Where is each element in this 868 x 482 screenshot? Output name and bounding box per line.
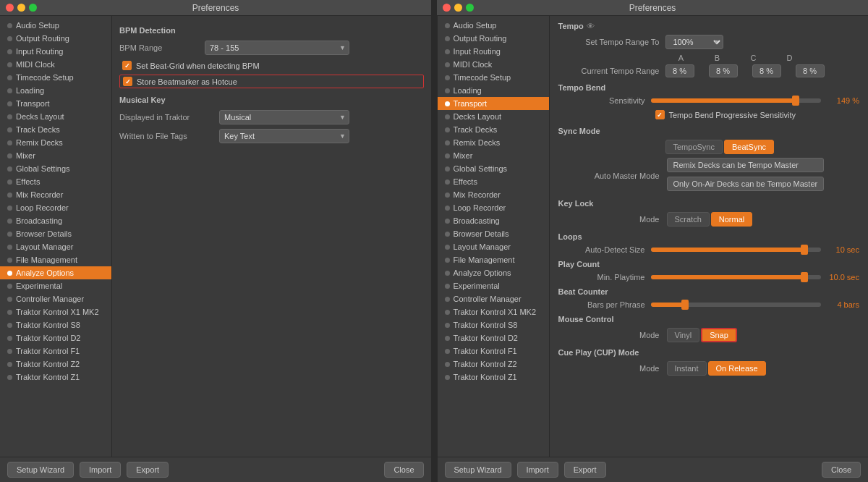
tempo-val-a[interactable] bbox=[665, 64, 694, 77]
right-setup-wizard-btn[interactable]: Setup Wizard bbox=[445, 462, 511, 478]
key-lock-toggle-group[interactable]: Scratch Normal bbox=[667, 212, 753, 227]
left-sidebar-item-17[interactable]: Layout Manager bbox=[0, 240, 111, 253]
right-close-btn[interactable]: Close bbox=[822, 462, 861, 478]
minimize-dot[interactable] bbox=[17, 4, 25, 12]
bpm-range-dropdown[interactable]: 78 - 155 68 - 135 58 - 115 bbox=[205, 41, 349, 55]
loops-thumb[interactable] bbox=[801, 245, 808, 255]
left-close-btn[interactable]: Close bbox=[384, 462, 423, 478]
left-sidebar-item-4[interactable]: Timecode Setup bbox=[0, 71, 111, 84]
checkbox-beatgrid-row[interactable]: Set Beat-Grid when detecting BPM bbox=[119, 59, 424, 72]
set-tempo-range-wrapper[interactable]: 100% 50% 25% ▼ bbox=[665, 35, 723, 49]
right-sidebar-item-16[interactable]: Browser Details bbox=[438, 227, 549, 240]
bars-per-phrase-thumb[interactable] bbox=[681, 300, 689, 310]
right-sidebar-item-11[interactable]: Global Settings bbox=[438, 162, 549, 175]
right-sidebar-item-19[interactable]: Analyze Options bbox=[438, 266, 549, 279]
left-sidebar-item-6[interactable]: Transport bbox=[0, 97, 111, 110]
written-dropdown-wrapper[interactable]: Key Text Open Key Musical ▼ bbox=[219, 129, 349, 143]
left-sidebar-item-12[interactable]: Effects bbox=[0, 175, 111, 188]
checkbox-beatmarker-row[interactable]: Store Beatmarker as Hotcue bbox=[119, 75, 424, 88]
left-sidebar-item-7[interactable]: Decks Layout bbox=[0, 110, 111, 123]
right-sidebar-item-24[interactable]: Traktor Kontrol D2 bbox=[438, 331, 549, 344]
left-import-btn[interactable]: Import bbox=[80, 462, 121, 478]
sensitivity-thumb[interactable] bbox=[792, 96, 799, 106]
sync-toggle-group[interactable]: TempoSync BeatSync bbox=[665, 140, 775, 154]
right-sidebar-item-2[interactable]: Input Routing bbox=[438, 45, 549, 58]
left-sidebar-item-24[interactable]: Traktor Kontrol D2 bbox=[0, 331, 111, 344]
left-sidebar-item-8[interactable]: Track Decks bbox=[0, 123, 111, 136]
right-sidebar-item-25[interactable]: Traktor Kontrol F1 bbox=[438, 344, 549, 358]
auto-master-opt1[interactable]: Remix Decks can be Tempo Master bbox=[667, 158, 825, 172]
right-sidebar-item-20[interactable]: Experimental bbox=[438, 279, 549, 292]
set-tempo-range-dropdown[interactable]: 100% 50% 25% bbox=[665, 35, 723, 49]
right-sidebar-item-18[interactable]: File Management bbox=[438, 253, 549, 266]
window-controls-right[interactable] bbox=[443, 4, 474, 12]
left-sidebar-item-27[interactable]: Traktor Kontrol Z1 bbox=[0, 371, 111, 384]
left-sidebar-item-26[interactable]: Traktor Kontrol Z2 bbox=[0, 358, 111, 371]
min-playtime-thumb[interactable] bbox=[801, 272, 808, 282]
bars-per-phrase-track[interactable] bbox=[651, 303, 822, 307]
right-sidebar-item-12[interactable]: Effects bbox=[438, 175, 549, 188]
right-sidebar-item-23[interactable]: Traktor Kontrol S8 bbox=[438, 318, 549, 331]
right-sidebar-item-6[interactable]: Transport bbox=[438, 97, 549, 110]
tempo-val-d[interactable] bbox=[796, 64, 825, 77]
right-sidebar-item-21[interactable]: Controller Manager bbox=[438, 292, 549, 305]
close-dot[interactable] bbox=[6, 4, 14, 12]
checkbox-beatmarker[interactable] bbox=[123, 77, 132, 86]
auto-master-opt2[interactable]: Only On-Air Decks can be Tempo Master bbox=[667, 177, 825, 191]
left-sidebar-item-19[interactable]: Analyze Options bbox=[0, 266, 111, 279]
right-sidebar-item-0[interactable]: Audio Setup bbox=[438, 19, 549, 32]
right-sidebar-item-5[interactable]: Loading bbox=[438, 84, 549, 97]
tempo-bend-progressive-checkbox[interactable] bbox=[655, 110, 665, 119]
left-sidebar-item-10[interactable]: Mixer bbox=[0, 149, 111, 162]
left-sidebar-item-14[interactable]: Loop Recorder bbox=[0, 201, 111, 214]
right-sidebar-item-15[interactable]: Broadcasting bbox=[438, 214, 549, 227]
left-sidebar-item-2[interactable]: Input Routing bbox=[0, 45, 111, 58]
left-sidebar-item-13[interactable]: Mix Recorder bbox=[0, 188, 111, 201]
left-sidebar-item-0[interactable]: Audio Setup bbox=[0, 19, 111, 32]
cue-toggle-group[interactable]: Instant On Release bbox=[667, 361, 766, 376]
left-sidebar-item-3[interactable]: MIDI Clock bbox=[0, 58, 111, 71]
beat-sync-btn[interactable]: BeatSync bbox=[724, 140, 774, 154]
tempo-sync-btn[interactable]: TempoSync bbox=[665, 140, 723, 154]
tempo-val-b[interactable] bbox=[709, 64, 738, 77]
close-dot-r[interactable] bbox=[443, 4, 451, 12]
maximize-dot-r[interactable] bbox=[466, 4, 474, 12]
right-sidebar-item-7[interactable]: Decks Layout bbox=[438, 110, 549, 123]
right-sidebar-item-26[interactable]: Traktor Kontrol Z2 bbox=[438, 358, 549, 371]
right-import-btn[interactable]: Import bbox=[517, 462, 558, 478]
left-sidebar-item-5[interactable]: Loading bbox=[0, 84, 111, 97]
right-sidebar-item-13[interactable]: Mix Recorder bbox=[438, 188, 549, 201]
maximize-dot[interactable] bbox=[29, 4, 37, 12]
left-setup-wizard-btn[interactable]: Setup Wizard bbox=[7, 462, 74, 478]
right-sidebar-item-22[interactable]: Traktor Kontrol X1 MK2 bbox=[438, 305, 549, 318]
right-sidebar-item-8[interactable]: Track Decks bbox=[438, 123, 549, 136]
checkbox-beatgrid[interactable] bbox=[122, 61, 132, 70]
right-sidebar-item-1[interactable]: Output Routing bbox=[438, 32, 549, 45]
right-sidebar-item-17[interactable]: Layout Manager bbox=[438, 240, 549, 253]
min-playtime-track[interactable] bbox=[651, 275, 822, 279]
left-sidebar-item-11[interactable]: Global Settings bbox=[0, 162, 111, 175]
left-sidebar-item-16[interactable]: Browser Details bbox=[0, 227, 111, 240]
left-sidebar-item-9[interactable]: Remix Decks bbox=[0, 136, 111, 149]
left-sidebar-item-22[interactable]: Traktor Kontrol X1 MK2 bbox=[0, 305, 111, 318]
displayed-dropdown-wrapper[interactable]: Musical Open Key Custom ▼ bbox=[219, 110, 349, 124]
tempo-val-c[interactable] bbox=[752, 64, 781, 77]
sensitivity-track[interactable] bbox=[651, 98, 822, 103]
loops-track[interactable] bbox=[651, 248, 822, 252]
left-sidebar-item-15[interactable]: Broadcasting bbox=[0, 214, 111, 227]
right-sidebar-item-3[interactable]: MIDI Clock bbox=[438, 58, 549, 71]
mouse-toggle-group[interactable]: Vinyl Snap bbox=[667, 328, 737, 342]
right-export-btn[interactable]: Export bbox=[564, 462, 606, 478]
left-sidebar-item-1[interactable]: Output Routing bbox=[0, 32, 111, 45]
left-sidebar-item-21[interactable]: Controller Manager bbox=[0, 292, 111, 305]
scratch-btn[interactable]: Scratch bbox=[667, 212, 710, 227]
displayed-dropdown[interactable]: Musical Open Key Custom bbox=[219, 110, 349, 124]
minimize-dot-r[interactable] bbox=[454, 4, 462, 12]
on-release-btn[interactable]: On Release bbox=[708, 361, 766, 376]
right-sidebar-item-10[interactable]: Mixer bbox=[438, 149, 549, 162]
left-sidebar-item-25[interactable]: Traktor Kontrol F1 bbox=[0, 344, 111, 358]
left-sidebar-item-23[interactable]: Traktor Kontrol S8 bbox=[0, 318, 111, 331]
right-sidebar-item-4[interactable]: Timecode Setup bbox=[438, 71, 549, 84]
vinyl-btn[interactable]: Vinyl bbox=[667, 328, 700, 342]
instant-btn[interactable]: Instant bbox=[667, 361, 707, 376]
